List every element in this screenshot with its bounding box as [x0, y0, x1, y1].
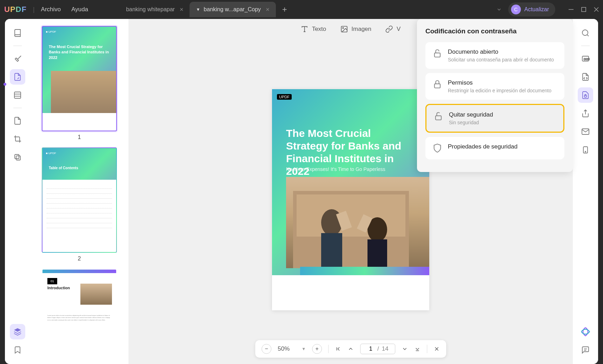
svg-rect-17: [321, 233, 342, 268]
page-canvas[interactable]: UPDF The Most Crucial Strategy for Banks…: [272, 89, 429, 310]
app-logo: UPDF: [4, 5, 27, 14]
security-item-desc: Sin seguridad: [449, 120, 556, 125]
page-tool[interactable]: [10, 87, 25, 103]
shield-icon: [432, 143, 442, 153]
thumb-number: 1: [78, 134, 81, 140]
convert-tool[interactable]: [578, 69, 593, 85]
zoom-in-button[interactable]: +: [312, 344, 322, 354]
text-icon: [301, 25, 309, 33]
current-page-field[interactable]: [365, 345, 376, 352]
security-remove[interactable]: Quitar seguridad Sin seguridad: [425, 104, 564, 133]
thumbnail-page-3[interactable]: 01 Introduction Lorem ipsum dolor sit am…: [42, 269, 117, 364]
comment-tool[interactable]: [578, 342, 593, 358]
thumbnail-page-1[interactable]: ■ UPDF The Most Crucial Strategy for Ban…: [42, 26, 117, 131]
svg-rect-1: [582, 7, 586, 12]
left-sidebar: [5, 19, 30, 364]
thumb-logo: ■ UPDF: [46, 30, 56, 33]
svg-rect-8: [16, 156, 20, 160]
add-tab-button[interactable]: +: [282, 5, 287, 14]
next-page-button[interactable]: [402, 346, 408, 352]
comment-icon: [581, 346, 590, 354]
page-number-input[interactable]: / 14: [360, 344, 395, 354]
lock-closed-icon: [432, 79, 442, 89]
security-item-title: Propiedades de seguridad: [448, 143, 557, 150]
security-item-title: Documento abierto: [448, 48, 557, 55]
share-tool[interactable]: [578, 106, 593, 121]
zoom-level: 50%: [278, 345, 295, 352]
link-icon: [385, 25, 393, 33]
layers-tool[interactable]: [10, 324, 25, 339]
people-illustration: [293, 191, 409, 268]
image-tool-label: Imagen: [351, 26, 371, 33]
share-icon: [581, 109, 590, 118]
svg-point-29: [582, 30, 588, 35]
menu-file[interactable]: Archivo: [41, 6, 61, 13]
tab-inactive[interactable]: banking whitepapar ×: [120, 2, 190, 17]
unlock-icon: [433, 111, 443, 121]
first-page-button[interactable]: [335, 346, 341, 352]
edit-toolbar: Texto Imagen V: [301, 25, 401, 33]
thumb-title: Table of Contents: [49, 166, 110, 171]
indicator-dot: [4, 83, 6, 86]
divider: [581, 46, 590, 46]
close-icon[interactable]: ×: [180, 6, 184, 13]
prev-page-button[interactable]: [347, 346, 354, 352]
watermark-tool[interactable]: [10, 150, 25, 165]
zoom-dropdown[interactable]: ▼: [302, 346, 306, 351]
last-page-button[interactable]: [414, 346, 420, 352]
highlighter-tool[interactable]: [10, 51, 25, 66]
ocr-tool[interactable]: OCR: [578, 51, 593, 66]
ai-tool[interactable]: [578, 324, 593, 339]
reader-tool[interactable]: [10, 25, 25, 41]
organize-tool[interactable]: [10, 113, 25, 128]
svg-marker-9: [14, 328, 21, 332]
zoom-bar: − 50% ▼ + / 14: [255, 340, 446, 358]
link-tool[interactable]: V: [385, 25, 400, 33]
tab-active[interactable]: ▼ banking w...apar_Copy ×: [190, 2, 276, 17]
svg-rect-19: [367, 239, 387, 268]
svg-rect-15: [297, 194, 405, 237]
thumbnail-page-2[interactable]: ■ UPDF Table of Contents: [42, 147, 117, 253]
lock-open-icon: [432, 48, 442, 58]
upgrade-label: Actualizar: [524, 6, 549, 13]
security-open-document[interactable]: Documento abierto Solicitar una contrase…: [425, 42, 564, 69]
security-permissions[interactable]: Permisos Restringir la edición e impresi…: [425, 73, 564, 100]
titlebar-right: C Actualizar: [496, 2, 599, 16]
page-separator: /: [377, 345, 379, 352]
minimize-icon[interactable]: [569, 7, 574, 12]
export-tool[interactable]: [578, 142, 593, 158]
protect-tool[interactable]: [578, 87, 593, 103]
page-logo: UPDF: [277, 94, 292, 100]
search-tool[interactable]: [578, 25, 593, 41]
tab-label: banking w...apar_Copy: [204, 6, 261, 13]
upgrade-button[interactable]: C Actualizar: [508, 2, 555, 16]
bookmark-tool[interactable]: [10, 342, 25, 358]
total-pages: 14: [382, 345, 389, 352]
svg-line-30: [587, 35, 589, 36]
security-properties[interactable]: Propiedades de seguridad: [425, 137, 564, 159]
app-body: ■ UPDF The Most Crucial Strategy for Ban…: [5, 19, 598, 364]
svg-rect-7: [15, 154, 19, 159]
close-icon[interactable]: ×: [266, 6, 270, 13]
security-panel-title: Codificación con contraseña: [425, 27, 564, 35]
image-tool[interactable]: Imagen: [340, 25, 371, 33]
crop-tool[interactable]: [10, 131, 25, 147]
zoom-out-button[interactable]: −: [261, 344, 271, 354]
email-tool[interactable]: [578, 124, 593, 139]
search-icon: [581, 29, 590, 37]
titlebar: UPDF | Archivo Ayuda banking whitepapar …: [0, 0, 603, 19]
mail-icon: [581, 127, 590, 136]
edit-tool[interactable]: [10, 69, 25, 85]
close-icon[interactable]: [594, 7, 599, 12]
security-item-title: Quitar seguridad: [449, 111, 556, 118]
menu-help[interactable]: Ayuda: [71, 6, 88, 13]
text-tool-label: Texto: [312, 26, 326, 33]
text-tool[interactable]: Texto: [301, 25, 326, 33]
close-bar-button[interactable]: [433, 346, 440, 352]
security-item-desc: Restringir la edición e impresión del do…: [448, 88, 557, 93]
chevron-down-icon: ▼: [196, 7, 200, 12]
right-sidebar: OCR: [573, 19, 598, 364]
maximize-icon[interactable]: [581, 7, 586, 12]
chevron-down-icon[interactable]: [496, 7, 502, 12]
lock-icon: [581, 91, 590, 99]
